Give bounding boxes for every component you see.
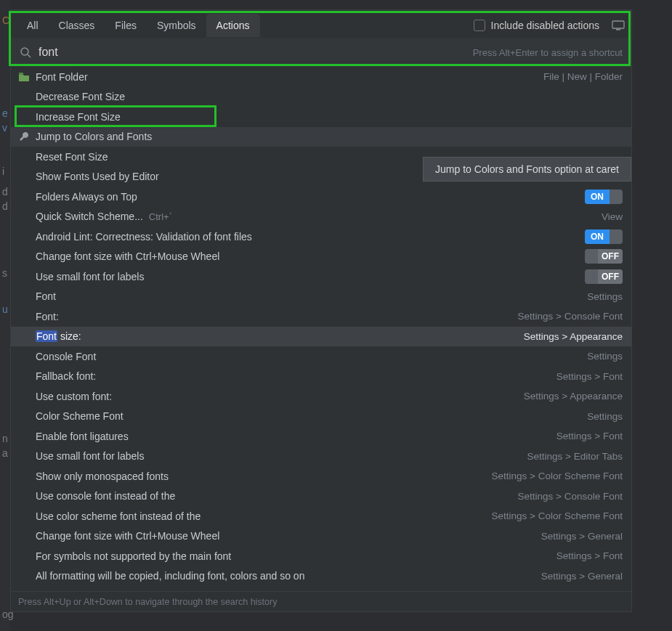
results-list: Jump to Colors and Fonts option at caret…: [11, 67, 631, 591]
result-label: Console Font: [31, 351, 96, 362]
result-row[interactable]: Enable font ligaturesSettings > Font: [11, 426, 631, 447]
search-everywhere-popup: AllClassesFilesSymbolsActions Include di…: [10, 9, 632, 612]
result-row[interactable]: Decrease Font Size: [11, 87, 631, 107]
result-path: Settings > Console Font: [518, 311, 623, 322]
result-label: All formatting will be copied, including…: [31, 570, 304, 582]
result-path: Settings > Appearance: [524, 391, 623, 402]
result-row[interactable]: Fallback font:Settings > Font: [11, 367, 631, 387]
include-disabled-label: Include disabled actions: [491, 20, 599, 31]
result-label: Font:: [31, 311, 59, 322]
svg-rect-1: [616, 29, 620, 30]
result-label: Use color scheme font instead of the: [31, 510, 201, 522]
tab-all[interactable]: All: [17, 14, 49, 37]
result-label: Show Fonts Used by Editor: [31, 171, 159, 182]
result-path: Settings: [587, 351, 623, 362]
result-row[interactable]: Use small font for labelsSettings > Edit…: [11, 447, 631, 467]
result-label: Color Scheme Font: [31, 410, 124, 422]
result-path: Settings > Editor Tabs: [527, 451, 623, 462]
wrench-icon: [17, 131, 31, 142]
result-path: Settings > Font: [556, 550, 623, 561]
result-label: Increase Font Size: [31, 111, 121, 123]
svg-line-3: [28, 54, 31, 57]
shortcut-label: Ctrl+`: [149, 211, 172, 222]
svg-point-2: [21, 48, 28, 55]
result-path: View: [602, 211, 623, 222]
result-row[interactable]: Font size:Settings > Appearance: [11, 327, 631, 347]
result-path: Settings > General: [541, 571, 623, 582]
result-label: Show only monospaced fonts: [31, 471, 169, 482]
svg-rect-0: [612, 21, 624, 28]
result-row[interactable]: Android Lint: Correctness: Validation of…: [11, 227, 631, 247]
result-row[interactable]: Increase Font Size: [11, 107, 631, 127]
result-label: Use console font instead of the: [31, 490, 175, 502]
result-label: Use small font for labels: [31, 450, 144, 462]
result-row[interactable]: Change font size with Ctrl+Mouse WheelSe…: [11, 526, 631, 547]
result-path: Settings > Font: [556, 371, 623, 382]
result-path: Settings > Appearance: [524, 331, 623, 342]
result-label: Quick Switch Scheme...: [31, 211, 143, 222]
result-row[interactable]: Use color scheme font instead of theSett…: [11, 506, 631, 526]
screen-icon[interactable]: [611, 20, 626, 31]
result-label: Enable font ligatures: [31, 431, 129, 442]
result-row[interactable]: Show only monospaced fontsSettings > Col…: [11, 466, 631, 487]
include-disabled-checkbox[interactable]: Include disabled actions: [474, 20, 604, 31]
result-label: Folders Always on Top: [31, 191, 137, 203]
tab-files[interactable]: Files: [105, 14, 147, 37]
result-label: Font size:: [31, 330, 81, 342]
result-path: Settings > Color Scheme Font: [492, 510, 623, 521]
footer-hint-text: Press Alt+Up or Alt+Down to navigate thr…: [18, 597, 277, 607]
checkbox-icon: [474, 20, 485, 31]
result-label: Change font size with Ctrl+Mouse Wheel: [31, 530, 219, 542]
tab-actions[interactable]: Actions: [206, 14, 260, 37]
result-row[interactable]: Color Scheme FontSettings: [11, 407, 631, 427]
result-row[interactable]: Font FolderFile | New | Folder: [11, 67, 631, 87]
svg-rect-4: [19, 73, 23, 75]
toggle-switch[interactable]: ONOFF: [585, 269, 623, 284]
search-input[interactable]: [31, 46, 473, 59]
tooltip: Jump to Colors and Fonts option at caret: [423, 157, 631, 182]
result-row[interactable]: Use console font instead of theSettings …: [11, 487, 631, 507]
result-label: Android Lint: Correctness: Validation of…: [31, 231, 252, 243]
result-path: Settings > Color Scheme Font: [492, 471, 623, 481]
search-row: Press Alt+Enter to assign a shortcut: [11, 38, 631, 67]
result-label: For symbols not supported by the main fo…: [31, 550, 231, 562]
result-path: Settings: [587, 411, 623, 422]
result-label: Font Folder: [31, 71, 88, 83]
result-row[interactable]: For symbols not supported by the main fo…: [11, 546, 631, 566]
result-row[interactable]: Use custom font:Settings > Appearance: [11, 386, 631, 407]
result-row[interactable]: All formatting will be copied, including…: [11, 566, 631, 587]
result-row[interactable]: Font:Settings > Console Font: [11, 306, 631, 327]
tabs-row: AllClassesFilesSymbolsActions Include di…: [11, 10, 631, 38]
result-row[interactable]: Use small font for labelsONOFF: [11, 266, 631, 287]
result-label: Change font size with Ctrl+Mouse Wheel: [31, 251, 219, 262]
result-row[interactable]: FontSettings: [11, 287, 631, 307]
result-label: Use custom font:: [31, 391, 112, 402]
search-icon: [20, 46, 31, 58]
result-label: Reset Font Size: [31, 151, 108, 163]
tab-symbols[interactable]: Symbols: [147, 14, 206, 37]
result-label: Jump to Colors and Fonts: [31, 131, 152, 142]
toggle-switch[interactable]: ONOFF: [585, 249, 623, 264]
toggle-switch[interactable]: ONOFF: [585, 229, 623, 244]
result-path: Settings > Font: [556, 431, 623, 441]
result-label: Decrease Font Size: [31, 91, 125, 102]
footer-hint: Press Alt+Up or Alt+Down to navigate thr…: [11, 591, 631, 611]
tab-classes[interactable]: Classes: [49, 14, 105, 37]
result-label: Fallback font:: [31, 370, 96, 382]
result-path: Settings: [587, 291, 623, 302]
toggle-switch[interactable]: ONOFF: [585, 190, 623, 204]
folder-icon: [17, 72, 31, 82]
result-label: Font: [31, 290, 56, 302]
search-hint: Press Alt+Enter to assign a shortcut: [473, 47, 623, 58]
result-row[interactable]: Console FontSettings: [11, 346, 631, 367]
result-path: File | New | Folder: [543, 71, 623, 82]
result-path: Settings > General: [541, 531, 623, 542]
result-label: Use small font for labels: [31, 271, 144, 282]
result-path: Settings > Console Font: [518, 491, 623, 502]
result-row[interactable]: Change font size with Ctrl+Mouse WheelON…: [11, 247, 631, 267]
result-row[interactable]: Jump to Colors and Fonts: [11, 127, 631, 147]
result-row[interactable]: Folders Always on TopONOFF: [11, 187, 631, 207]
result-row[interactable]: Quick Switch Scheme...Ctrl+`View: [11, 207, 631, 227]
